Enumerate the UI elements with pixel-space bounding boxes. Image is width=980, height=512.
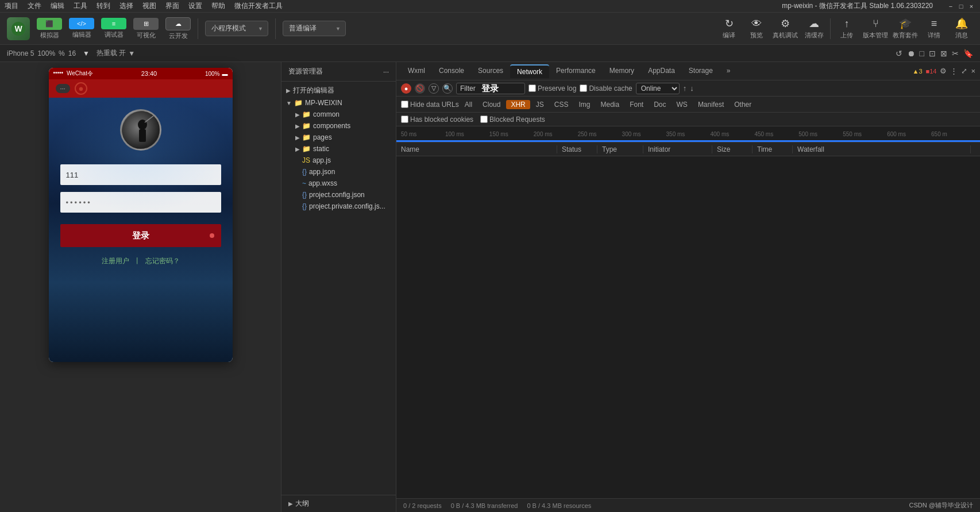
menu-item-goto[interactable]: 转到 [97,1,110,11]
copy-icon[interactable]: ⊠ [940,49,947,58]
file-folder-static[interactable]: ▶ 📁 static [281,143,396,155]
menu-item-project[interactable]: 项目 [5,1,18,11]
filter-cloud-btn[interactable]: Cloud [478,100,505,109]
version-mgr-button[interactable]: ⑂ 版本管理 [863,18,888,40]
has-blocked-cookies-checkbox[interactable]: Has blocked cookies [401,116,473,124]
filter-css-btn[interactable]: CSS [550,100,573,109]
file-app-wxss[interactable]: ~ app.wxss [281,178,396,189]
phone-username-input[interactable] [60,164,221,185]
tab-wxml[interactable]: Wxml [401,64,432,78]
maximize-button[interactable]: □ [957,2,965,10]
online-select[interactable]: Online Offline Slow 3G Fast 3G [636,83,680,94]
preserve-log-check[interactable] [528,84,536,92]
compile-dropdown[interactable]: 普通编译 [283,21,346,36]
tab-sources[interactable]: Sources [471,64,510,78]
details-button[interactable]: ≡ 详情 [923,18,946,40]
refresh-icon[interactable]: ↺ [896,49,902,58]
expand-icon[interactable]: ⤢ [961,67,967,75]
filter-media-btn[interactable]: Media [596,100,624,109]
filter-img-btn[interactable]: Img [574,100,595,109]
minimize-button[interactable]: − [947,2,955,10]
record-icon[interactable]: ⏺ [907,49,915,58]
more-icon[interactable]: ⋮ [950,67,958,75]
visualize-button[interactable]: ⊞ 可视化 [133,18,159,40]
phone-login-button[interactable]: 登录 [60,224,221,247]
tab-performance[interactable]: Performance [549,64,603,78]
compile-button[interactable]: ↻ 编译 [717,17,740,40]
editor-button[interactable]: </> 编辑器 [69,18,94,39]
hot-reload-toggle[interactable]: 热重载 开 ▼ [97,48,135,58]
tablet-icon[interactable]: ⊡ [929,49,936,58]
menu-item-file[interactable]: 文件 [28,1,41,11]
disable-cache-check[interactable] [580,84,587,92]
file-folder-components[interactable]: ▶ 📁 components [281,120,396,132]
sub-toolbar: iPhone 5 100% % 16 ▼ 热重载 开 ▼ ↺ ⏺ □ ⊡ ⊠ ✂… [0,45,980,62]
tab-memory[interactable]: Memory [603,64,641,78]
tab-more[interactable]: » [720,64,738,78]
menu-item-view[interactable]: 视图 [142,1,156,11]
search-icon-btn[interactable]: 🔍 [442,83,453,94]
upload-icon[interactable]: ↑ [683,84,687,93]
nav-dots-icon[interactable]: ··· [56,84,70,93]
has-blocked-cookies-check[interactable] [401,116,408,123]
filter-all-btn[interactable]: All [460,100,477,109]
file-project-config[interactable]: {} project.config.json [281,189,396,201]
file-app-json[interactable]: {} app.json [281,166,396,178]
filter-manifest-btn[interactable]: Manifest [693,100,728,109]
bookmark-icon[interactable]: 🔖 [963,49,973,58]
menu-item-tools[interactable]: 工具 [74,1,87,11]
menu-item-select[interactable]: 选择 [119,1,133,11]
upload-button[interactable]: ↑ 上传 [835,18,858,40]
real-device-button[interactable]: ⚙ 真机调试 [773,17,798,40]
disable-cache-checkbox[interactable]: Disable cache [580,84,632,93]
phone-icon[interactable]: □ [920,49,924,58]
download-icon[interactable]: ↓ [690,84,694,93]
phone-password-input[interactable] [60,192,221,213]
preview-button[interactable]: 👁 预览 [745,18,768,40]
filter-doc-btn[interactable]: Doc [649,100,670,109]
stop-button[interactable]: 🚫 [415,83,425,94]
close-button[interactable]: × [967,2,975,10]
edu-button[interactable]: 🎓 教育套件 [893,17,918,40]
preserve-log-checkbox[interactable]: Preserve log [528,84,576,93]
close-icon[interactable]: × [971,67,975,75]
mode-dropdown[interactable]: 小程序模式 [205,21,268,36]
tab-console[interactable]: Console [432,64,471,78]
register-link[interactable]: 注册用户 [102,256,129,266]
hide-data-urls-checkbox[interactable]: Hide data URLs [401,101,459,109]
clear-cache-button[interactable]: ☁ 清缓存 [802,17,825,40]
tab-network[interactable]: Network [510,64,549,78]
paint-icon[interactable]: ✂ [952,49,959,58]
record-button[interactable]: ● [401,83,411,94]
file-group-open-editors[interactable]: ▶ 打开的编辑器 [281,84,396,97]
file-folder-common[interactable]: ▶ 📁 common [281,109,396,120]
filter-xhr-btn[interactable]: XHR [506,100,530,109]
debugger-button[interactable]: ≡ 调试器 [101,18,126,39]
outline-section[interactable]: ▶ 大纲 [281,495,396,512]
tab-appdata[interactable]: AppData [641,64,682,78]
filter-font-btn[interactable]: Font [625,100,648,109]
cloud-button[interactable]: ☁ 云开发 [165,17,191,40]
filter-js-btn[interactable]: JS [531,100,549,109]
file-app-js[interactable]: JS app.js [281,155,396,166]
settings-icon[interactable]: ⚙ [940,67,947,75]
file-folder-pages[interactable]: ▶ 📁 pages [281,132,396,143]
menu-item-wechat[interactable]: 微信开发者工具 [234,1,283,11]
filter-ws-btn[interactable]: WS [672,100,692,109]
simulator-button[interactable]: ⬛ 模拟器 [37,18,62,40]
hide-data-urls-check[interactable] [401,101,408,108]
menu-item-settings[interactable]: 设置 [188,1,202,11]
messages-button[interactable]: 🔔 消息 [950,17,973,40]
tab-storage[interactable]: Storage [682,64,720,78]
file-project-private-config[interactable]: {} project.private.config.js... [281,201,396,212]
blocked-requests-checkbox[interactable]: Blocked Requests [480,116,545,124]
file-explorer-more-icon[interactable]: ··· [383,68,389,76]
menu-item-edit[interactable]: 编辑 [51,1,64,11]
filter-icon-btn[interactable]: ▽ [429,83,439,94]
menu-item-interface[interactable]: 界面 [165,1,179,11]
blocked-requests-check[interactable] [480,116,488,123]
file-folder-mp-weixin[interactable]: ▼ 📁 MP-WEIXIN [281,97,396,109]
filter-other-btn[interactable]: Other [730,100,756,109]
forgot-link[interactable]: 忘记密码？ [145,256,180,266]
menu-item-help[interactable]: 帮助 [211,1,225,11]
